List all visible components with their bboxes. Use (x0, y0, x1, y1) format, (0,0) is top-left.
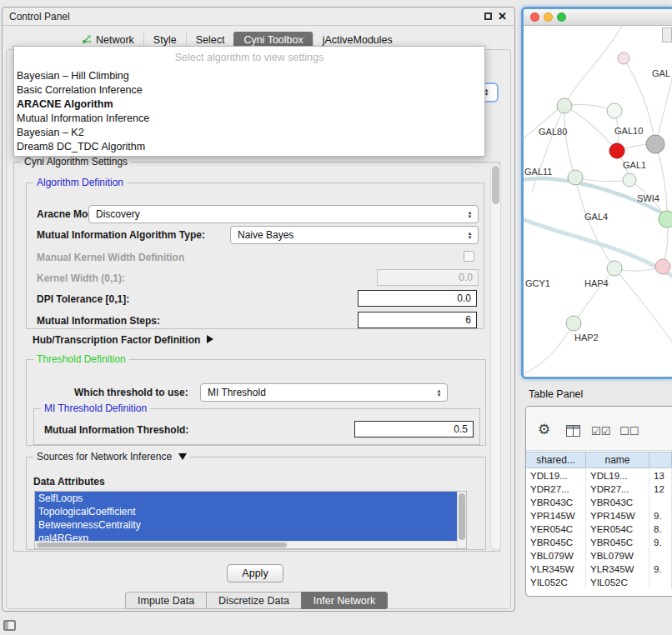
table-row[interactable]: YPR145WYPR145W9. (526, 509, 672, 522)
table-row[interactable]: YER054CYER054C8. (526, 522, 672, 536)
table-cell: YDR27... (526, 482, 586, 496)
list-vertical-scrollbar[interactable] (457, 492, 466, 548)
network-node[interactable] (557, 98, 572, 113)
column-selector-icon[interactable] (566, 425, 580, 439)
network-node[interactable] (659, 211, 672, 228)
mi-steps-field[interactable]: 6 (358, 312, 477, 328)
scrollbar-thumb[interactable] (492, 166, 499, 204)
table-cell: YIL052C (526, 576, 586, 589)
table-cell: YBL079W (526, 549, 586, 562)
network-node[interactable] (623, 173, 636, 187)
network-edge[interactable] (575, 178, 629, 182)
network-node[interactable] (607, 103, 622, 118)
table-cell: YLR345W (586, 562, 649, 576)
which-threshold-select[interactable]: MI Threshold ▴▾ (200, 383, 448, 402)
deselect-all-icon[interactable]: ☐☐ (619, 425, 639, 438)
attribute-item-selfloops[interactable]: SelfLoops (35, 492, 457, 505)
which-threshold-label: Which threshold to use: (74, 387, 188, 398)
mi-steps-label: Mutual Information Steps: (37, 315, 160, 327)
network-node[interactable] (655, 259, 670, 274)
table-panel-title: Table Panel (529, 388, 583, 400)
hub-section-label: Hub/Transcription Factor Definition (33, 334, 200, 346)
scrollbar-thumb[interactable] (459, 493, 465, 540)
table-body: YDL19...YDL19...13YDR27...YDR27...12YBR0… (526, 469, 672, 596)
column-header-3[interactable] (649, 452, 672, 468)
hub-section-toggle[interactable]: Hub/Transcription Factor Definition (33, 334, 213, 346)
minimize-window-icon[interactable] (544, 12, 553, 22)
sources-section-toggle[interactable]: Sources for Network Inference (33, 451, 190, 462)
mi-threshold-field[interactable]: 0.5 (354, 421, 474, 438)
close-window-icon[interactable] (530, 12, 539, 22)
network-node[interactable] (609, 143, 624, 158)
close-panel-icon[interactable]: ✕ (498, 10, 507, 22)
tab-infer-network[interactable]: Infer Network (301, 592, 388, 609)
zoom-window-icon[interactable] (557, 12, 566, 22)
sources-group: Sources for Network Inference Data Attri… (26, 457, 486, 550)
algorithm-option-mutual-information-inference[interactable]: Mutual Information Inference (14, 112, 484, 126)
table-row[interactable]: YLR345WYLR345W9. (526, 562, 672, 576)
table-cell: YBR045C (586, 536, 649, 549)
table-row[interactable]: YIL052CYIL052C (526, 576, 672, 589)
column-header-2[interactable]: name (586, 452, 649, 468)
node-label: GCY1 (525, 278, 550, 288)
network-node[interactable] (607, 261, 622, 276)
table-header-row: shared...name (526, 452, 672, 468)
table-cell: YPR145W (526, 509, 586, 522)
settings-gear-icon[interactable]: ⚙ (538, 421, 550, 438)
algorithm-option-basic-correlation-inference[interactable]: Basic Correlation Inference (14, 83, 484, 98)
expand-arrow-icon (207, 335, 213, 343)
tab-discretize-data[interactable]: Discretize Data (206, 592, 302, 609)
node-label: GAL11 (524, 167, 552, 177)
table-cell: YBR043C (586, 496, 649, 509)
tab-label: Cyni Toolbox (243, 34, 303, 46)
mi-type-select[interactable]: Naive Bayes ▴▾ (230, 226, 479, 244)
network-node[interactable] (618, 52, 629, 64)
column-header-1[interactable]: shared... (526, 452, 586, 468)
aracne-mode-value: Discovery (89, 208, 464, 220)
float-window-icon[interactable] (484, 12, 492, 20)
network-edge[interactable] (564, 106, 575, 178)
table-row[interactable]: YBR043CYBR043C (526, 496, 672, 509)
algorithm-option-aracne-algorithm[interactable]: ARACNE Algorithm (14, 98, 484, 112)
tab-label: Network (96, 34, 134, 46)
table-toolbar: ⚙ ☑☑ ☐☐ (526, 407, 672, 451)
attribute-item-betweennesscentrality[interactable]: BetweennessCentrality (35, 518, 457, 532)
collapse-arrow-icon (178, 453, 187, 460)
network-edge[interactable] (574, 268, 614, 323)
kernel-width-label: Kernel Width (0,1): (37, 272, 125, 284)
algorithm-option-bayesian-k2[interactable]: Bayesian – K2 (14, 126, 484, 140)
network-node[interactable] (646, 135, 664, 153)
table-cell: 9. (649, 562, 672, 576)
network-edge[interactable] (655, 144, 667, 219)
network-node[interactable] (568, 170, 583, 185)
scrollbar-thumb[interactable] (37, 542, 287, 548)
algorithm-option-bayesian-hill-climbing[interactable]: Bayesian – Hill Climbing (14, 69, 484, 83)
restore-panel-icon[interactable] (3, 620, 16, 631)
list-horizontal-scrollbar[interactable] (35, 541, 457, 548)
network-view-window: GAL80GAL10GALGAL11GAL1SWI4GAL4GCY1HAP4HA… (521, 7, 672, 379)
manual-kernel-checkbox[interactable] (464, 251, 474, 262)
network-canvas[interactable]: GAL80GAL10GALGAL11GAL1SWI4GAL4GCY1HAP4HA… (524, 26, 672, 379)
kernel-width-field[interactable]: 0.0 (377, 269, 479, 286)
apply-button[interactable]: Apply (227, 564, 283, 582)
bottom-tab-bar: Impute DataDiscretize DataInfer Network (125, 592, 388, 609)
mi-threshold-label: Mutual Information Threshold: (44, 424, 188, 436)
settings-scrollbar[interactable] (490, 163, 501, 550)
table-row[interactable]: YBL079WYBL079W (526, 549, 672, 562)
attribute-item-topologicalcoefficient[interactable]: TopologicalCoefficient (35, 505, 457, 518)
table-row[interactable]: YDR27...YDR27...12 (526, 482, 672, 496)
table-cell: YBL079W (586, 549, 649, 562)
network-node[interactable] (566, 316, 581, 331)
tab-label: jActiveModules (323, 34, 393, 46)
algorithm-option-dream8-dc-tdc-algorithm[interactable]: Dream8 DC_TDC Algorithm (14, 140, 484, 154)
tab-impute-data[interactable]: Impute Data (125, 592, 207, 609)
data-attributes-list[interactable]: SelfLoopsTopologicalCoefficientBetweenne… (34, 491, 467, 549)
select-all-icon[interactable]: ☑☑ (591, 425, 610, 438)
node-label: GAL4 (584, 212, 608, 222)
aracne-mode-select[interactable]: Discovery ▴▾ (88, 205, 479, 223)
table-row[interactable]: YBR045CYBR045C9. (526, 536, 672, 549)
dpi-tolerance-field[interactable]: 0.0 (358, 290, 477, 307)
table-row[interactable]: YDL19...YDL19...13 (526, 469, 672, 482)
node-label: GAL80 (539, 127, 567, 137)
algorithm-dropdown-popup: Select algorithm to view settings Bayesi… (13, 46, 485, 157)
